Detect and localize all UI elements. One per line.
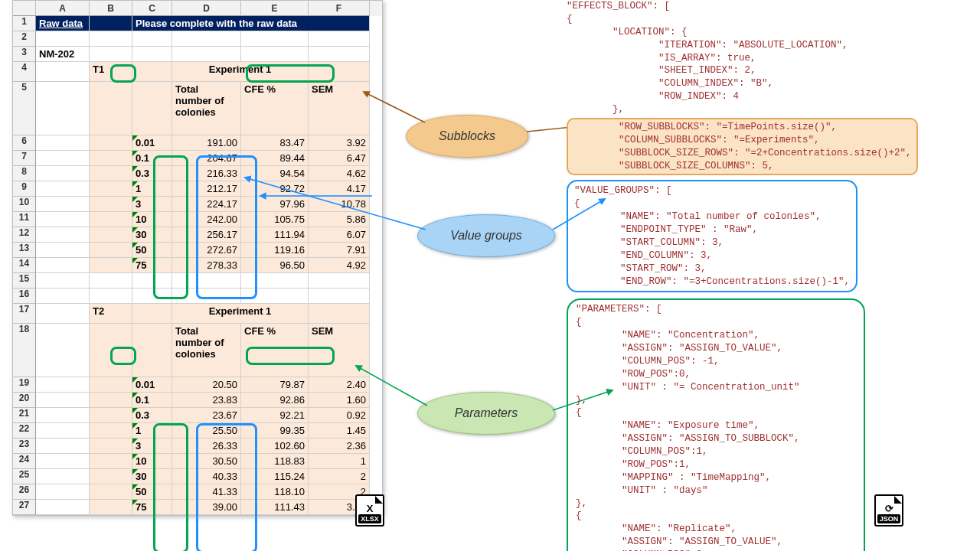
conc-cell: 1 <box>132 181 172 197</box>
total-cell: 204.67 <box>172 151 241 166</box>
conc-cell: 0.1 <box>132 151 172 166</box>
xlsx-badge: XXLSX <box>355 494 384 527</box>
conc-cell: 0.1 <box>132 393 172 408</box>
sem-cell: 2.40 <box>309 377 370 393</box>
conc-cell: 0.3 <box>132 166 172 181</box>
exp1-cell-t1: Experiment 1 <box>172 62 309 82</box>
json-parameters-box: "PARAMETERS": [ { "NAME": "Concentration… <box>567 298 865 551</box>
sem-cell: 5.86 <box>309 212 370 227</box>
cfe-cell: 102.60 <box>241 439 309 454</box>
cfe-cell: 111.94 <box>241 227 309 243</box>
total-cell: 23.83 <box>172 393 241 408</box>
conc-cell: 10 <box>132 454 172 469</box>
sem-cell: 0.92 <box>309 408 370 423</box>
total-cell: 191.00 <box>172 135 241 151</box>
cfe-cell: 92.72 <box>241 181 309 197</box>
sem-cell: 2 <box>309 469 370 484</box>
cfe-cell: 79.87 <box>241 377 309 393</box>
bubble-parameters: Parameters <box>417 392 555 435</box>
cfe-cell: 96.50 <box>241 258 309 273</box>
hdr-sem: SEM <box>309 82 370 135</box>
row-5: 5 Total number of colonies CFE % SEM <box>13 82 382 135</box>
data-row: 70.1204.6789.446.47 <box>13 151 382 166</box>
cfe-cell: 92.21 <box>241 408 309 423</box>
total-cell: 212.17 <box>172 181 241 197</box>
conc-cell: 0.01 <box>132 377 172 393</box>
bubble-subblocks: Subblocks <box>406 115 528 158</box>
cfe-cell: 119.16 <box>241 243 309 258</box>
data-row: 60.01191.0083.473.92 <box>13 135 382 151</box>
corner-cell <box>13 1 36 16</box>
cfe-cell: 92.86 <box>241 393 309 408</box>
row-2: 2 <box>13 31 382 47</box>
data-row: 241030.50118.831 <box>13 454 382 469</box>
total-cell: 224.17 <box>172 197 241 212</box>
data-row: 22125.5099.351.45 <box>13 423 382 439</box>
hdr-total: Total number of colonies <box>172 82 241 135</box>
col-E: E <box>241 1 309 16</box>
exp1-cell-t2: Experiment 1 <box>172 304 309 324</box>
sem-cell: 6.47 <box>309 151 370 166</box>
cfe-cell: 89.44 <box>241 151 309 166</box>
conc-cell: 1 <box>132 423 172 439</box>
conc-cell: 3 <box>132 439 172 454</box>
json-panel: "EFFECTS_BLOCK": [ { "LOCATION": { "ITER… <box>567 0 972 551</box>
row-18: 18 Total number of colonies CFE % SEM <box>13 324 382 377</box>
data-row: 103224.1797.9610.78 <box>13 197 382 212</box>
col-C: C <box>132 1 172 16</box>
col-A: A <box>36 1 90 16</box>
total-cell: 26.33 <box>172 439 241 454</box>
conc-cell: 30 <box>132 469 172 484</box>
json-subblocks-box: "ROW_SUBBLOCKS": "=TimePoints.size()", "… <box>567 118 918 176</box>
col-D: D <box>172 1 241 16</box>
data-row: 265041.33118.102 <box>13 484 382 500</box>
sem-cell: 4.62 <box>309 166 370 181</box>
data-row: 1110242.00105.755.86 <box>13 212 382 227</box>
sem-cell: 10.78 <box>309 197 370 212</box>
total-cell: 216.33 <box>172 166 241 181</box>
data-row: 190.0120.5079.872.40 <box>13 377 382 393</box>
total-cell: 272.67 <box>172 243 241 258</box>
cfe-cell: 115.24 <box>241 469 309 484</box>
material-cell: NM-202 <box>36 47 90 62</box>
row-1: 1 Raw data Please complete with the raw … <box>13 16 382 31</box>
sem-cell: 1.45 <box>309 423 370 439</box>
bubble-value-groups: Value groups <box>417 214 555 257</box>
sem-cell: 6.07 <box>309 227 370 243</box>
t1-cell: T1 <box>90 62 132 82</box>
sem-cell: 2.36 <box>309 439 370 454</box>
sem-cell: 4.92 <box>309 258 370 273</box>
total-cell: 256.17 <box>172 227 241 243</box>
row-4: 4 T1 Experiment 1 <box>13 62 382 82</box>
total-cell: 30.50 <box>172 454 241 469</box>
total-cell: 23.67 <box>172 408 241 423</box>
spreadsheet: A B C D E F 1 Raw data Please complete w… <box>12 0 383 516</box>
conc-cell: 0.01 <box>132 135 172 151</box>
data-row: 80.3216.3394.544.62 <box>13 166 382 181</box>
data-row: 1230256.17111.946.07 <box>13 227 382 243</box>
cfe-cell: 99.35 <box>241 423 309 439</box>
json-valuegroups-box: "VALUE_GROUPS": [ { "NAME": "Total numbe… <box>567 180 858 292</box>
total-cell: 242.00 <box>172 212 241 227</box>
sem-cell: 7.91 <box>309 243 370 258</box>
total-cell: 278.33 <box>172 258 241 273</box>
hdr-cfe: CFE % <box>241 82 309 135</box>
conc-cell: 50 <box>132 484 172 500</box>
col-F: F <box>309 1 370 16</box>
cfe-cell: 94.54 <box>241 166 309 181</box>
conc-cell: 0.3 <box>132 408 172 423</box>
conc-cell: 75 <box>132 500 172 515</box>
sem-cell: 4.17 <box>309 181 370 197</box>
total-cell: 40.33 <box>172 469 241 484</box>
data-row: 1350272.67119.167.91 <box>13 243 382 258</box>
data-row: 200.123.8392.861.60 <box>13 393 382 408</box>
cfe-cell: 118.83 <box>241 454 309 469</box>
row-15: 15 <box>13 273 382 289</box>
sem-cell: 1 <box>309 454 370 469</box>
cfe-cell: 83.47 <box>241 135 309 151</box>
data-row: 210.323.6792.210.92 <box>13 408 382 423</box>
row-16: 16 <box>13 289 382 304</box>
conc-cell: 3 <box>132 197 172 212</box>
row-3: 3 NM-202 <box>13 47 382 62</box>
data-row: 1475278.3396.504.92 <box>13 258 382 273</box>
